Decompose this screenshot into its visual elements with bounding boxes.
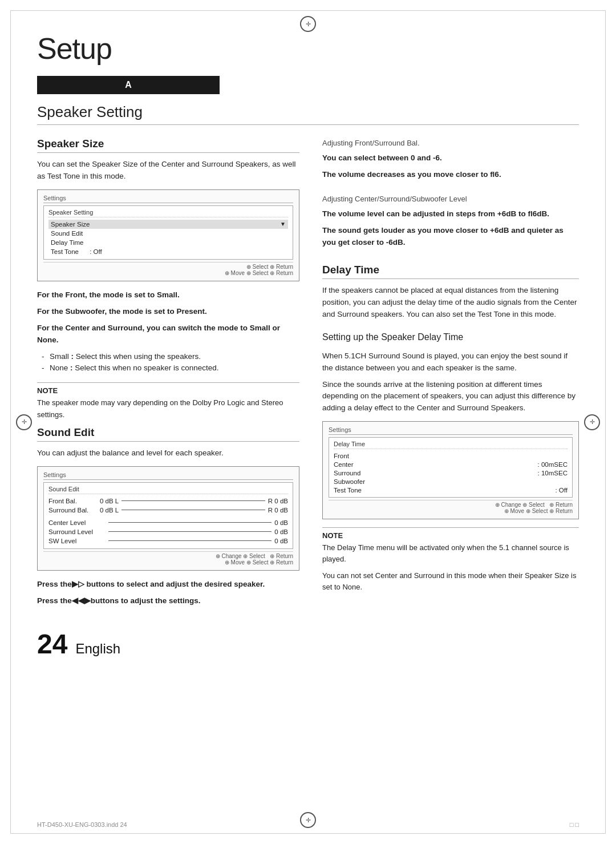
dt-label-subwoofer: Subwoofer bbox=[334, 478, 365, 485]
delay-time-screenshot: Settings Delay Time Front Center : 00mSE… bbox=[322, 421, 579, 519]
se-row-2-right: 0 dB bbox=[274, 519, 288, 526]
ss-menu-item-1: Sound Edit bbox=[48, 229, 288, 238]
section-banner: A bbox=[37, 76, 220, 94]
delay-note-line2: You can not set Center and Surround in t… bbox=[322, 570, 579, 593]
se-row-2: Center Level 0 dB bbox=[48, 518, 288, 527]
spacer-3 bbox=[322, 325, 579, 332]
se-row-4: SW Level 0 dB bbox=[48, 536, 288, 546]
adj-front-bold2: The volume decreases as you move closer … bbox=[322, 169, 579, 181]
dt-footer: ⊕ Change ⊕ Select ⊕ Return ⊕ Move ⊕ Sele… bbox=[329, 500, 573, 514]
sound-edit-para1: You can adjust the balance and level for… bbox=[37, 447, 299, 459]
se-row-0-right: R 0 dB bbox=[268, 498, 288, 504]
page-language: English bbox=[75, 641, 120, 657]
bullet-item-1: None : Select this when no speaker is co… bbox=[42, 362, 299, 374]
press2-text: Press the◀◀▶buttons to adjust the settin… bbox=[37, 595, 299, 607]
page-title: Setup bbox=[37, 31, 579, 66]
ss-item-3-text: Test Tone : Off bbox=[51, 248, 102, 255]
se-footer1-text: ⊕ Change ⊕ Select ⊕ Return bbox=[216, 553, 293, 559]
ss-item-0-text: Speaker Size bbox=[51, 221, 90, 228]
note-text-0: The speaker mode may vary depending on t… bbox=[37, 397, 299, 420]
adj-front-intro: Adjusting Front/Surround Bal. bbox=[322, 138, 579, 149]
se-outer-label: Settings bbox=[43, 471, 293, 480]
dt-value-surround: : 10mSEC bbox=[538, 470, 568, 476]
se-row-1-label: Surround Bal. bbox=[48, 507, 100, 514]
delay-note-title: NOTE bbox=[322, 531, 579, 540]
sound-edit-heading: Sound Edit bbox=[37, 426, 299, 442]
spacer-1 bbox=[322, 185, 579, 193]
se-row-3-label: Surround Level bbox=[48, 528, 106, 535]
se-row-2-label: Center Level bbox=[48, 519, 106, 526]
compass-left-icon: ✛ bbox=[16, 414, 32, 430]
se-footer: ⊕ Change ⊕ Select ⊕ Return ⊕ Move ⊕ Sele… bbox=[43, 551, 293, 566]
sound-edit-screenshot: Settings Sound Edit Front Bal. 0 dB L R … bbox=[37, 466, 299, 571]
speaker-size-heading: Speaker Size bbox=[37, 138, 299, 153]
page-footer: HT-D450-XU-ENG-0303.indd 24 □ □ bbox=[37, 821, 579, 828]
compass-top-icon: ✛ bbox=[300, 16, 316, 32]
speaker-size-para1: You can set the Speaker Size of the Cent… bbox=[37, 159, 299, 183]
se-bar-4 bbox=[108, 540, 271, 542]
dt-label-surround: Surround bbox=[334, 470, 360, 476]
dt-outer-label: Settings bbox=[329, 426, 573, 435]
compass-right-icon: ✛ bbox=[584, 414, 600, 430]
speaker-note-2: For the Center and Surround, you can swi… bbox=[37, 322, 299, 346]
ss-inner-box: Speaker Setting Speaker Size ▼ Sound Edi… bbox=[43, 205, 293, 260]
ss-menu-item-3: Test Tone : Off bbox=[48, 247, 288, 256]
ss-item-1-text: Sound Edit bbox=[51, 230, 83, 237]
footer-icons: □ □ bbox=[570, 821, 579, 828]
adj-center-intro: Adjusting Center/Surround/Subwoofer Leve… bbox=[322, 193, 579, 205]
delay-note-box: NOTE The Delay Time menu will be activat… bbox=[322, 527, 579, 593]
ss-footer1-text: ⊕ Select ⊕ Return bbox=[246, 264, 293, 270]
dt-row-testtone: Test Tone : Off bbox=[334, 486, 568, 494]
note-title-0: NOTE bbox=[37, 386, 299, 395]
se-inner-label: Sound Edit bbox=[48, 486, 288, 494]
left-column: Speaker Size You can set the Speaker Siz… bbox=[37, 138, 299, 611]
delay-para2: When 5.1CH Surround Sound is played, you… bbox=[322, 350, 579, 374]
se-bar-3 bbox=[108, 531, 271, 532]
se-bar-1 bbox=[121, 510, 265, 511]
dt-inner-label: Delay Time bbox=[334, 441, 568, 449]
dt-label-front: Front bbox=[334, 453, 349, 459]
se-footer2-text: ⊕ Move ⊕ Select ⊕ Return bbox=[225, 559, 293, 566]
delay-time-heading: Delay Time bbox=[322, 264, 579, 279]
ss-inner-label: Speaker Setting bbox=[48, 209, 288, 217]
se-row-3: Surround Level 0 dB bbox=[48, 527, 288, 536]
se-bar-2 bbox=[108, 522, 271, 523]
se-row-4-label: SW Level bbox=[48, 538, 106, 544]
se-row-0-left: 0 dB L bbox=[100, 498, 119, 504]
se-row-3-right: 0 dB bbox=[274, 528, 288, 535]
right-column: Adjusting Front/Surround Bal. You can se… bbox=[322, 138, 579, 611]
ss-item-0-arrow: ▼ bbox=[280, 221, 286, 228]
speaker-note-1: For the Subwoofer, the mode is set to Pr… bbox=[37, 306, 299, 318]
se-inner-box: Sound Edit Front Bal. 0 dB L R 0 dB Surr… bbox=[43, 482, 293, 549]
speaker-size-note: NOTE The speaker mode may vary depending… bbox=[37, 382, 299, 420]
delay-note-line1: The Delay Time menu will be activated on… bbox=[322, 542, 579, 565]
ss-footer2-text: ⊕ Move ⊕ Select ⊕ Return bbox=[225, 270, 293, 276]
ss-footer1: ⊕ Select ⊕ Return ⊕ Move ⊕ Select ⊕ Retu… bbox=[43, 262, 293, 276]
dt-footer2: ⊕ Move ⊕ Select ⊕ Return bbox=[504, 508, 573, 514]
speaker-note-0: For the Front, the mode is set to Small. bbox=[37, 289, 299, 301]
delay-sub-heading: Setting up the Speaker Delay Time bbox=[322, 332, 579, 345]
ss-menu-item-2: Delay Time bbox=[48, 238, 288, 247]
dt-footer1: ⊕ Change ⊕ Select ⊕ Return bbox=[495, 502, 573, 508]
footer-file: HT-D450-XU-ENG-0303.indd 24 bbox=[37, 821, 127, 828]
dt-label-testtone: Test Tone bbox=[334, 487, 362, 494]
dt-label-center: Center bbox=[334, 461, 354, 468]
ss-menu-item-0: Speaker Size ▼ bbox=[48, 220, 288, 229]
dt-value-testtone: : Off bbox=[555, 487, 568, 494]
adj-front-bold1: You can select between 0 and -6. bbox=[322, 152, 579, 164]
adj-center-bold1: The volume level can be adjusted in step… bbox=[322, 208, 579, 220]
se-bar-0 bbox=[121, 500, 265, 502]
page-number: 24 bbox=[37, 628, 67, 660]
delay-para3: Since the sounds arrive at the listening… bbox=[322, 379, 579, 415]
speaker-size-screenshot: Settings Speaker Setting Speaker Size ▼ … bbox=[37, 189, 299, 281]
se-row-1: Surround Bal. 0 dB L R 0 dB bbox=[48, 506, 288, 515]
adj-center-bold2: The sound gets louder as you move closer… bbox=[322, 225, 579, 249]
ss-outer-label: Settings bbox=[43, 195, 293, 203]
bullet-item-0: Small : Select this when using the speak… bbox=[42, 351, 299, 363]
se-row-1-right: R 0 dB bbox=[268, 507, 288, 514]
se-row-0-label: Front Bal. bbox=[48, 498, 100, 504]
main-heading: Speaker Setting bbox=[37, 103, 579, 125]
ss-item-2-text: Delay Time bbox=[51, 239, 84, 246]
press1-text: Press the▶▷ buttons to select and adjust… bbox=[37, 579, 299, 591]
dt-value-center: : 00mSEC bbox=[538, 461, 568, 468]
